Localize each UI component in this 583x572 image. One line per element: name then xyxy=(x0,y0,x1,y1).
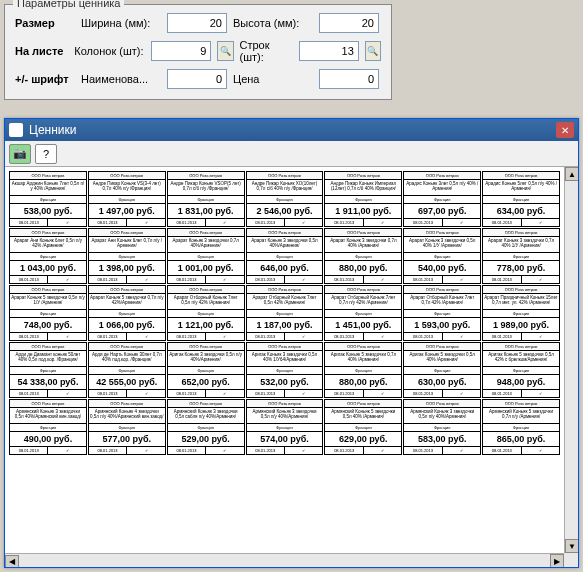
chevron-left-icon[interactable]: ◀ xyxy=(5,555,19,568)
card-origin: Франция xyxy=(325,253,401,261)
card-date: 08.01.2013 xyxy=(168,390,206,397)
card-company: ООО Роза ветров xyxy=(483,400,559,408)
titlebar: Ценники ✕ xyxy=(5,119,578,141)
card-price: 629,00 руб. xyxy=(325,432,401,447)
card-origin: Франция xyxy=(404,424,480,432)
card-price: 1 911,00 руб. xyxy=(325,204,401,219)
card-sign: ✓ xyxy=(48,390,85,397)
input-name-font[interactable] xyxy=(167,69,227,89)
card-origin: Франция xyxy=(168,196,244,204)
card-product: Аригак Коньяк 5 звездочки 0,5л 40% /Арме… xyxy=(404,351,480,367)
card-origin: Франция xyxy=(325,367,401,375)
card-sign: ✓ xyxy=(364,276,401,283)
card-origin: Франция xyxy=(168,253,244,261)
input-price-font[interactable] xyxy=(319,69,379,89)
card-company: ООО Роза ветров xyxy=(483,286,559,294)
price-card: ООО Роза ветровАрарат Отборный Коньяк 7л… xyxy=(403,285,481,341)
card-date: 08.01.2013 xyxy=(325,390,363,397)
card-date: 08.01.2013 xyxy=(483,333,521,340)
card-origin: Франция xyxy=(483,253,559,261)
card-date: 08.01.2013 xyxy=(247,276,285,283)
help-icon[interactable]: ? xyxy=(35,144,57,164)
card-origin: Франция xyxy=(89,367,165,375)
card-product: Арди де Нарть Коньяк 30лет 0,7л 40% под.… xyxy=(89,351,165,367)
card-company: ООО Роза ветров xyxy=(404,343,480,351)
card-date: 08.01.2013 xyxy=(483,276,521,283)
card-price: 540,00 руб. xyxy=(404,261,480,276)
camera-icon[interactable]: 📷 xyxy=(9,144,31,164)
price-card: ООО Роза ветровАригак Коньяк 5 звездочки… xyxy=(324,342,402,398)
price-card: ООО Роза ветровАндре Пикар Коньяк VSOP(5… xyxy=(167,171,245,227)
price-card: ООО Роза ветровАндре Пикар Коньяк VS(3-4… xyxy=(88,171,166,227)
card-date: 08.01.2013 xyxy=(10,447,48,454)
scrollbar-vertical[interactable]: ▲ ▼ xyxy=(564,167,578,553)
card-origin: Франция xyxy=(10,367,86,375)
card-price: 1 451,00 руб. xyxy=(325,318,401,333)
input-width[interactable] xyxy=(167,13,227,33)
card-date: 08.01.2013 xyxy=(404,219,442,226)
card-sign: ✓ xyxy=(522,447,559,454)
card-origin: Франция xyxy=(483,310,559,318)
label-font: +/- шрифт xyxy=(15,73,75,85)
price-card: ООО Роза ветровАрадис Коньяк 5лет 0,5л п… xyxy=(482,171,560,227)
price-card: ООО Роза ветровАригак Коньяк 3 звездочки… xyxy=(167,342,245,398)
card-price: 538,00 руб. xyxy=(10,204,86,219)
card-company: ООО Роза ветров xyxy=(247,172,323,180)
input-rows[interactable] xyxy=(299,41,359,61)
price-card: ООО Роза ветровАригак Коньяк 5 звездочки… xyxy=(482,342,560,398)
card-origin: Франция xyxy=(10,424,86,432)
card-date: 08.01.2013 xyxy=(168,219,206,226)
card-sign: ✓ xyxy=(48,219,85,226)
card-date: 08.01.2013 xyxy=(89,333,127,340)
chevron-down-icon[interactable]: ▼ xyxy=(565,539,578,553)
scrollbar-horizontal[interactable]: ◀ ▶ xyxy=(5,553,564,567)
input-height[interactable] xyxy=(319,13,379,33)
label-sheet: На листе xyxy=(15,45,68,57)
card-date: 08.01.2013 xyxy=(89,447,127,454)
close-icon[interactable]: ✕ xyxy=(556,122,574,138)
price-card: ООО Роза ветровАрмянский Коньяк 3 звездо… xyxy=(403,399,481,455)
chevron-up-icon[interactable]: ▲ xyxy=(565,167,578,181)
price-card: ООО Роза ветровАрарат Коньяк 5 звездочки… xyxy=(88,285,166,341)
price-card: ООО Роза ветровАрмянский Коньяк 5 звездо… xyxy=(324,399,402,455)
card-sign: ✓ xyxy=(127,447,164,454)
card-date: 08.01.2013 xyxy=(168,447,206,454)
search-icon[interactable]: 🔍 xyxy=(217,41,233,61)
card-price: 1 121,00 руб. xyxy=(168,318,244,333)
card-company: ООО Роза ветров xyxy=(247,343,323,351)
card-date: 08.01.2013 xyxy=(483,390,521,397)
input-cols[interactable] xyxy=(151,41,211,61)
card-origin: Франция xyxy=(89,253,165,261)
card-sign: ✓ xyxy=(285,219,322,226)
price-card: ООО Роза ветровАрди де Нарть Коньяк 30ле… xyxy=(88,342,166,398)
card-company: ООО Роза ветров xyxy=(325,229,401,237)
card-sign: ✓ xyxy=(522,276,559,283)
card-origin: Франция xyxy=(247,310,323,318)
label-price-font: Цена xyxy=(233,73,313,85)
card-company: ООО Роза ветров xyxy=(10,286,86,294)
card-product: Арарат Отборный Коньяк 7лет 0,7л 42% /Ар… xyxy=(404,294,480,310)
card-origin: Франция xyxy=(10,196,86,204)
card-company: ООО Роза ветров xyxy=(89,229,165,237)
card-origin: Франция xyxy=(247,367,323,375)
card-company: ООО Роза ветров xyxy=(325,343,401,351)
price-card: ООО Роза ветровАрарат Коньяк 3 звездочки… xyxy=(324,228,402,284)
card-sign: ✓ xyxy=(522,390,559,397)
card-price: 1 497,00 руб. xyxy=(89,204,165,219)
search-icon[interactable]: 🔍 xyxy=(365,41,381,61)
card-company: ООО Роза ветров xyxy=(483,343,559,351)
card-price: 948,00 руб. xyxy=(483,375,559,390)
card-product: Армянский Коньяк 5 звездочки 0,7л п/у /А… xyxy=(483,408,559,424)
card-origin: Франция xyxy=(10,310,86,318)
card-sign: ✓ xyxy=(443,447,480,454)
price-card: ООО Роза ветровАрарат Отборный Коньяк 7л… xyxy=(167,285,245,341)
card-price: 42 555,00 руб. xyxy=(89,375,165,390)
card-sign: ✓ xyxy=(522,219,559,226)
card-origin: Франция xyxy=(168,310,244,318)
content: ООО Роза ветровАкшар Арджин Коньяк 7лет … xyxy=(5,167,578,567)
price-card: ООО Роза ветровАрарат Коньяк 3 звездочки… xyxy=(482,228,560,284)
card-origin: Франция xyxy=(168,367,244,375)
card-company: ООО Роза ветров xyxy=(325,172,401,180)
chevron-right-icon[interactable]: ▶ xyxy=(550,554,564,567)
card-company: ООО Роза ветров xyxy=(89,172,165,180)
